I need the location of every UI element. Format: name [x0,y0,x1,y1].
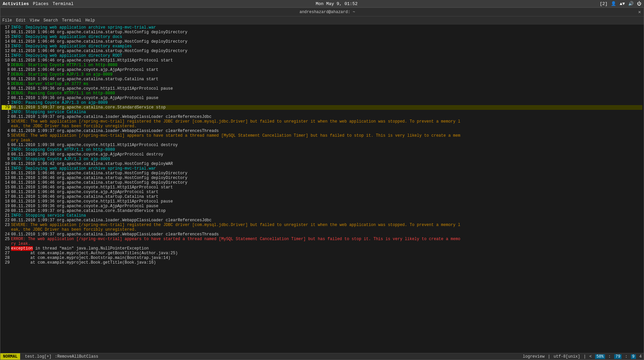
log-line-2: 16 08.11.2010 1:06:46 org.apache.catalin… [2,30,642,35]
log-line-33: 14 08.11.2010 1:06:46 org.apache.catalin… [2,180,642,185]
log-line-3: 15 INFO: Deploying web application direc… [2,35,642,39]
log-line-25: 6 08.11.2010 1:09:38 org.apache.coyote.h… [2,143,642,147]
log-line-8: 10 08.11.2010 1:06:46 org.apache.coyote.… [2,58,642,63]
log-line-35: 16 08.11.2010 1:06:46 org.apache.coyote.… [2,190,642,194]
log-line-11: 7 DEBUG: Starting Coyote AJP/1.3 on ajp-… [2,72,642,77]
menu-terminal[interactable]: Terminal [62,18,82,23]
log-line-43: eak, the JDBC Driver has been forcibly u… [2,227,642,232]
log-line-exception: 26 exception in thread "main" java.lang.… [2,246,642,251]
vim-separator3: : [608,354,611,359]
log-line-14: 4 08.11.2010 1:09:36 org.apache.coyote.h… [2,86,642,91]
power-icon[interactable]: ⏻ [637,1,641,6]
log-line-23: 5 SEVERE: The web application [/spring-m… [2,133,642,138]
vim-logreview: logreview [523,354,545,359]
log-line-16: 2 08.11.2010 1:09:36 org.apache.coyote.a… [2,96,642,100]
terminal-window: andreshazard@ahazard: ~ ✕ File Edit View… [0,7,644,360]
log-line-18: 1 INFO: Stopping service Catalina [2,110,642,115]
log-line-5: 13 INFO: Deploying web application direc… [2,44,642,49]
menu-view[interactable]: View [30,18,40,23]
log-line-20: 3 SEVERE: The web application [/spring-m… [2,119,642,124]
log-line-19: 2 08.11.2010 1:09:37 org.apache.catalina… [2,115,642,119]
log-line-15: 3 DEBUG: Pausing Coyote HTTP/1.1 on http… [2,91,642,96]
vim-arrow-left: < [589,354,592,359]
menu-search[interactable]: Search [43,18,58,23]
system-bar: Activities Places Terminal Mon May 9, 01… [0,0,644,7]
log-line-7: 11 INFO: Deploying web application direc… [2,53,642,58]
vim-encoding: utf-8[unix] [554,354,580,359]
vim-col: 9 [631,354,636,359]
log-line-9: 9 DEBUG: Starting Coyote HTTP/1.1 on htt… [2,63,642,68]
log-line-current: 79 08.11.2010 1:09:37 org.apache.catalin… [2,105,642,110]
log-line-31: 12 08.11.2010 1:06:46 org.apache.catalin… [2,171,642,176]
vim-separator2: | [584,354,586,359]
vim-extra: 4 [639,354,642,359]
person-icon: 👤 [611,1,616,6]
log-line-10: 8 08.11.2010 1:06:46 org.apache.coyote.a… [2,68,642,72]
log-line-49: 29 at com.example.myproject.Book.getTitl… [2,260,642,265]
log-line-41: 22 08.11.2010 1:09:37 org.apache.catalin… [2,218,642,223]
menu-help[interactable]: Help [85,18,95,23]
log-line-47: 27 at com.example.myproject.Author.getBo… [2,251,642,256]
log-line-37: 18 08.11.2010 1:09:36 org.apache.coyote.… [2,199,642,204]
log-line-22: 4 08.11.2010 1:09:37 org.apache.catalina… [2,129,642,133]
log-line-36: 17 08.11.2010 1:06:46 org.apache.catalin… [2,194,642,199]
terminal-content[interactable]: 17 INFO: Deploying web application archi… [0,25,644,353]
close-button[interactable]: ✕ [638,9,641,15]
activities-menu[interactable]: Activities [3,1,29,6]
log-line-39: 20 08.11.2010 1:09:37 org.apache.catalin… [2,209,642,213]
window-count: [2] [600,1,607,6]
vim-percent: 58% [595,354,605,359]
log-line-26: 7 INFO: Stopping Coyote HTTP/1.1 on http… [2,147,642,152]
vim-separator4: : [625,354,627,359]
terminal-menubar: File Edit View Search Terminal Help [0,16,644,25]
log-line-45: 25 ERROR: The web application [/spring-m… [2,237,642,241]
log-line-21: eak, the JDBC Driver has been forcibly u… [2,124,642,129]
log-line-13: 5 DEBUG: Server startup in 3777 ms [2,82,642,86]
terminal-title: andreshazard@ahazard: ~ [16,10,638,14]
sound-icon: 🔊 [628,1,634,6]
log-line-46: ry leak. [2,241,642,246]
log-line-40: 21 INFO: Stopping service Catalina [2,213,642,218]
log-line-32: 13 08.11.2010 1:06:46 org.apache.catalin… [2,176,642,180]
log-line-42: 23 SEVERE: The web application [/spring-… [2,223,642,227]
log-line-17: 1 INFO: Pausing Coyote AJP/1.3 on ajp-80… [2,100,642,105]
log-line-1: 17 INFO: Deploying web application archi… [2,25,642,30]
log-line-24: ory leak. [2,138,642,143]
vim-mode: NORMAL [0,353,20,360]
log-line-12: 6 08.11.2010 1:06:46 org.apache.catalina… [2,77,642,82]
log-line-6: 12 08.11.2010 1:06:46 org.apache.catalin… [2,49,642,53]
vim-status-bar: NORMAL test.log[+] :RemoveAllButClass lo… [0,353,644,360]
menu-file[interactable]: File [2,18,12,23]
log-line-27: 8 08.11.2010 1:09:38 org.apache.coyote.a… [2,152,642,157]
menu-edit[interactable]: Edit [16,18,26,23]
terminal-titlebar: andreshazard@ahazard: ~ ✕ [0,8,644,16]
terminal-menu[interactable]: Terminal [53,1,73,6]
log-line-28: 9 INFO: Stopping Coyote AJP/1.3 on ajp-8… [2,157,642,162]
log-line-30: 11 INFO: Deploying web application archi… [2,166,642,171]
vim-line: 79 [614,354,622,359]
network-icon: ▲▼ [620,1,625,6]
log-line-48: 28 at com.example.myproject.Bootstrap.ma… [2,256,642,260]
vim-cmdline[interactable]: :RemoveAllButClass [53,354,100,359]
log-line-4: 14 08.11.2010 1:06:46 org.apache.catalin… [2,39,642,44]
datetime: Mon May 9, 01:52 [316,1,358,6]
vim-separator1: | [548,354,550,359]
vim-filename: test.log[+] [23,354,53,359]
places-menu[interactable]: Places [33,1,49,6]
log-line-38: 19 08.11.2010 1:09:36 org.apache.coyote.… [2,204,642,209]
log-line-29: 10 08.11.2010 1:06:42 org.apache.catalin… [2,162,642,166]
log-line-34: 15 08.11.2010 1:06:46 org.apache.coyote.… [2,185,642,190]
log-line-44: 24 08.11.2010 1:09:37 org.apache.catalin… [2,232,642,237]
